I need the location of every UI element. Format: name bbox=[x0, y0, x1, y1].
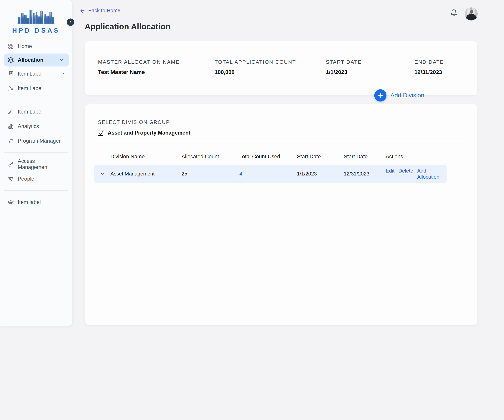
sidebar-item-label: Allocation bbox=[18, 57, 55, 63]
sidebar-item-label: Analytics bbox=[18, 123, 66, 130]
column-header-division-name: Division Name bbox=[110, 153, 181, 160]
page-title: Application Allocation bbox=[85, 22, 170, 31]
select-division-group-label: SELECT DIVISION GROUP bbox=[98, 119, 477, 125]
chevron-down-icon bbox=[59, 58, 64, 62]
city-skyline-logo bbox=[0, 6, 72, 24]
sidebar-item-home[interactable]: Home bbox=[0, 39, 72, 53]
layers-icon bbox=[8, 57, 14, 63]
sidebar-item-analytics[interactable]: Analytics bbox=[0, 119, 72, 134]
sidebar: HPD DSAS Home Allocation Item Label bbox=[0, 0, 72, 326]
field-value: 12/31/2023 bbox=[414, 69, 444, 75]
sidebar-item-label: Item label bbox=[18, 199, 66, 205]
cell-division-name: Asset Management bbox=[110, 171, 181, 177]
sidebar-item-label-person-board[interactable]: Item Label bbox=[0, 81, 72, 96]
sidebar-item-allocation[interactable]: Allocation bbox=[4, 53, 69, 66]
gavel-icon bbox=[8, 109, 14, 115]
people-icon bbox=[8, 176, 14, 182]
field-label: TOTAL APPLICATION COUNT bbox=[215, 59, 326, 65]
sidebar-item-label-book[interactable]: Item Label bbox=[0, 66, 72, 81]
division-table-header: Division Name Allocated Count Total Coun… bbox=[94, 153, 447, 160]
column-header-total-count-used: Total Count Used bbox=[240, 153, 297, 160]
brand-name: HPD DSAS bbox=[0, 27, 72, 34]
notifications-button[interactable] bbox=[450, 9, 457, 17]
master-allocation-card: MASTER ALLOCATION NAME Test Master Name … bbox=[85, 41, 477, 95]
back-to-home-link[interactable]: Back to Home bbox=[79, 7, 120, 14]
sidebar-item-label: People bbox=[18, 176, 66, 182]
master-allocation-name-field: MASTER ALLOCATION NAME Test Master Name bbox=[98, 59, 215, 95]
chevron-down-icon bbox=[100, 172, 105, 176]
table-row: Asset Management 25 4 1/1/2023 12/31/202… bbox=[94, 165, 447, 183]
cell-end-date: 12/31/2023 bbox=[344, 171, 386, 177]
section-divider bbox=[90, 142, 471, 142]
sidebar-item-access-management[interactable]: Access Management bbox=[0, 157, 72, 172]
edit-link[interactable]: Edit bbox=[386, 168, 395, 180]
chevron-left-icon bbox=[68, 20, 72, 24]
field-label: END DATE bbox=[414, 59, 444, 65]
field-value: Test Master Name bbox=[98, 69, 215, 75]
add-division-label: Add Division bbox=[390, 92, 424, 99]
sidebar-collapse-button[interactable] bbox=[67, 18, 74, 26]
sidebar-item-label: Access Management bbox=[18, 158, 66, 170]
sidebar-item-label: Item Label bbox=[18, 109, 66, 115]
sidebar-item-label: Item Label bbox=[18, 85, 66, 91]
sidebar-item-label: Program Manager bbox=[18, 138, 66, 144]
total-application-count-field: TOTAL APPLICATION COUNT 100,000 bbox=[215, 59, 326, 95]
cell-total-count-used-link[interactable]: 4 bbox=[240, 171, 297, 177]
division-group-card: SELECT DIVISION GROUP Asset and Property… bbox=[85, 104, 477, 325]
person-board-icon bbox=[8, 85, 14, 91]
delete-link[interactable]: Delete bbox=[398, 168, 413, 180]
column-header-allocated-count: Allocated Count bbox=[181, 153, 240, 160]
division-group-option: Asset and Property Management bbox=[98, 130, 477, 136]
arrow-left-icon bbox=[79, 8, 85, 14]
graduation-cap-icon bbox=[8, 199, 14, 205]
column-header-actions: Actions bbox=[386, 153, 447, 160]
back-to-home-label: Back to Home bbox=[88, 7, 120, 14]
field-label: START DATE bbox=[326, 59, 414, 65]
sidebar-item-label-graduation[interactable]: Item label bbox=[0, 195, 72, 209]
chevron-down-icon bbox=[62, 71, 66, 76]
add-division-button[interactable]: Add Division bbox=[374, 89, 424, 101]
book-icon bbox=[8, 71, 14, 77]
sidebar-item-label: Item Label bbox=[18, 71, 58, 77]
field-value: 100,000 bbox=[215, 69, 326, 75]
column-header-start-date: Start Date bbox=[297, 153, 344, 160]
division-group-checkbox[interactable] bbox=[98, 130, 103, 136]
bar-chart-icon bbox=[8, 123, 14, 129]
division-group-label[interactable]: Asset and Property Management bbox=[108, 130, 190, 136]
cell-allocated-count: 25 bbox=[181, 171, 240, 177]
cell-start-date: 1/1/2023 bbox=[297, 171, 344, 177]
field-label: MASTER ALLOCATION NAME bbox=[98, 59, 215, 65]
add-allocation-link[interactable]: Add Allocation bbox=[417, 168, 447, 180]
brand: HPD DSAS bbox=[0, 0, 72, 34]
sidebar-item-label-gavel[interactable]: Item Label bbox=[0, 104, 72, 119]
bell-icon bbox=[450, 9, 457, 17]
field-value: 1/1/2023 bbox=[326, 69, 414, 75]
sidebar-divider bbox=[4, 190, 68, 191]
sidebar-nav: Home Allocation Item Label Item La bbox=[0, 39, 72, 209]
user-avatar[interactable] bbox=[465, 7, 478, 20]
grid-icon bbox=[8, 43, 14, 49]
sidebar-item-people[interactable]: People bbox=[0, 172, 72, 186]
sliders-icon bbox=[8, 138, 14, 144]
sidebar-item-program-manager[interactable]: Program Manager bbox=[0, 134, 72, 148]
row-actions: Edit Delete Add Allocation bbox=[386, 168, 447, 180]
sidebar-item-label: Home bbox=[18, 43, 66, 49]
key-icon bbox=[8, 161, 14, 167]
column-header-end-date: Start Date bbox=[344, 153, 386, 160]
row-expand-button[interactable] bbox=[99, 171, 106, 177]
plus-icon bbox=[374, 89, 386, 101]
